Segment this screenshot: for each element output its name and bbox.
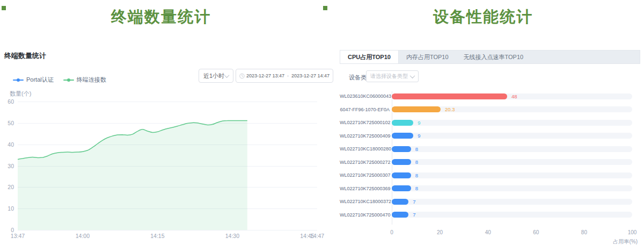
- x-tick-label: 40: [478, 229, 497, 235]
- bar: [392, 133, 413, 139]
- bar-value-label: 8: [415, 185, 418, 191]
- chevron-down-icon: [224, 73, 230, 78]
- time-range-select[interactable]: 近1小时: [199, 69, 233, 83]
- bar-category-label: WL022710KC18000280: [340, 146, 390, 152]
- date-range-end: 2023-12-27 14:47: [291, 73, 330, 78]
- bar-category-label: WL022710K725000369: [340, 186, 390, 191]
- bar-track: [392, 199, 632, 205]
- terminal-count-chart: 数量(个) 010203040506013:4714:0014:1514:301…: [0, 86, 333, 245]
- x-tick-label: 80: [574, 229, 594, 235]
- bar-value-label: 8: [415, 172, 418, 178]
- bar-value-label: 8: [415, 146, 418, 152]
- bar-value-label: 48: [511, 93, 517, 99]
- bar-track: [392, 133, 632, 139]
- performance-tab-bar: CPU占用TOP10内存占用TOP10无线接入点速率TOP10: [340, 50, 640, 64]
- chevron-down-icon: [410, 73, 415, 78]
- bar-category-label: WL022710K725000307: [340, 172, 390, 178]
- legend-marker-icon: [63, 78, 74, 82]
- left-section-title: 终端数量统计: [0, 6, 322, 28]
- bar: [392, 159, 411, 165]
- bar-value-label: 9: [418, 120, 420, 126]
- device-type-placeholder: 请选择设备类型: [370, 73, 408, 80]
- cpu-top10-bar-chart: 占用率(%) WL023610KC06000043486047-FF96-107…: [340, 89, 640, 245]
- bar-value-label: 8: [415, 159, 418, 165]
- legend-item[interactable]: 终端连接数: [63, 76, 106, 84]
- x-tick-label: 0: [382, 229, 401, 235]
- terminal-series-area: [18, 120, 247, 230]
- legend-dot: [67, 78, 70, 82]
- tab-1[interactable]: 内存占用TOP10: [399, 51, 456, 63]
- x-axis-label: 占用率(%): [587, 238, 638, 245]
- bar-value-label: 7: [413, 212, 415, 218]
- date-range-picker[interactable]: 2023-12-27 13:47 - 2023-12-27 14:47: [236, 69, 333, 83]
- bar-category-label: WL022710K725000470: [340, 212, 390, 218]
- legend-label: 终端连接数: [77, 76, 106, 84]
- bar-track: [392, 146, 632, 152]
- clock-icon: [239, 73, 245, 79]
- bar-value-label: 20.3: [445, 106, 455, 112]
- legend-dot: [17, 78, 20, 82]
- bar-track: [392, 185, 632, 191]
- bar-category-label: WL022710K725000102: [340, 120, 390, 125]
- bar-category-label: WL022710KC18000372: [340, 199, 390, 204]
- bar: [392, 212, 408, 218]
- x-tick-label: 60: [526, 229, 546, 235]
- legend-marker-icon: [13, 78, 24, 82]
- tab-0[interactable]: CPU占用TOP10: [340, 51, 399, 63]
- bar-track: [392, 212, 632, 218]
- legend-label: Portal认证: [26, 76, 54, 84]
- tab-2[interactable]: 无线接入点速率TOP10: [456, 51, 531, 63]
- bar: [392, 199, 408, 205]
- bar: [392, 93, 507, 99]
- bar-track: [392, 120, 632, 126]
- bar-category-label: WL022710K725000409: [340, 133, 390, 139]
- bar-value-label: 9: [418, 133, 420, 139]
- right-section-title: 设备性能统计: [322, 6, 644, 28]
- date-range-separator: -: [286, 73, 290, 78]
- left-card-title: 终端数量统计: [4, 51, 46, 61]
- date-range-start: 2023-12-27 13:47: [246, 73, 284, 78]
- legend-item[interactable]: Portal认证: [13, 76, 54, 84]
- bar: [392, 120, 413, 126]
- bar-category-label: 6047-FF96-1070-EF0A: [340, 107, 390, 112]
- x-tick-label: 20: [430, 229, 450, 235]
- bar-track: [392, 172, 632, 178]
- bar-category-label: WL022710K725000272: [340, 160, 390, 165]
- area-series-svg: [0, 86, 333, 245]
- time-range-value: 近1小时: [203, 72, 224, 80]
- device-type-select[interactable]: 请选择设备类型: [366, 70, 419, 82]
- bar: [392, 172, 411, 178]
- bar: [392, 185, 411, 191]
- bar: [392, 146, 411, 152]
- bar-category-label: WL023610KC06000043: [340, 93, 390, 99]
- bar: [392, 106, 441, 112]
- x-tick-label: 100: [623, 229, 642, 235]
- bar-value-label: 7: [413, 199, 415, 205]
- bar-track: [392, 159, 632, 165]
- chart-legend: Portal认证终端连接数: [13, 76, 106, 84]
